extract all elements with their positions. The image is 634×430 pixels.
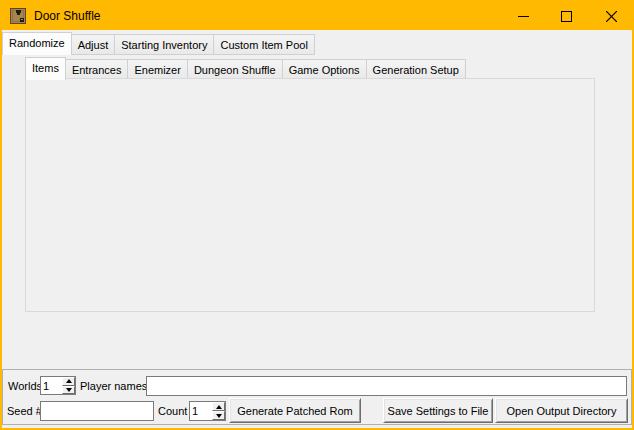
door-shuffle-window: Door Shuffle Randomize Adjust Starting I… [0, 0, 634, 430]
worlds-label: Worlds [8, 380, 42, 392]
arrow-up-icon [216, 405, 222, 409]
arrow-up-icon [66, 379, 72, 383]
maximize-button[interactable] [544, 2, 589, 30]
spin-down-button[interactable] [212, 411, 225, 420]
tab-starting-inventory[interactable]: Starting Inventory [114, 34, 214, 55]
tab-adjust[interactable]: Adjust [71, 34, 116, 55]
count-spinner [189, 401, 226, 421]
seed-label: Seed # [7, 405, 42, 417]
count-spin-arrows [212, 402, 225, 420]
secondary-tab-bar: Items Entrances Enemizer Dungeon Shuffle… [25, 57, 465, 80]
spin-up-button[interactable] [212, 402, 225, 411]
worlds-input[interactable] [41, 377, 62, 394]
arrow-down-icon [216, 414, 222, 418]
seed-input[interactable] [40, 401, 154, 421]
close-button[interactable] [589, 2, 634, 30]
generate-patched-rom-button[interactable]: Generate Patched Rom [229, 398, 361, 423]
tab-entrances[interactable]: Entrances [65, 59, 129, 80]
tab-custom-item-pool[interactable]: Custom Item Pool [213, 34, 314, 55]
window-title: Door Shuffle [34, 9, 101, 23]
primary-tab-bar: Randomize Adjust Starting Inventory Cust… [2, 32, 314, 55]
tab-generation-setup[interactable]: Generation Setup [366, 59, 466, 80]
minimize-icon [518, 11, 529, 22]
minimize-button[interactable] [501, 2, 546, 30]
count-input[interactable] [190, 402, 212, 420]
app-icon [10, 8, 26, 24]
open-output-directory-button[interactable]: Open Output Directory [495, 398, 628, 423]
count-label: Count [158, 405, 187, 417]
maximize-icon [561, 11, 572, 22]
player-names-input[interactable] [146, 376, 627, 396]
worlds-spinner [40, 376, 76, 395]
arrow-down-icon [66, 388, 72, 392]
tab-randomize[interactable]: Randomize [2, 32, 72, 55]
worlds-spin-arrows [62, 377, 75, 394]
close-icon [606, 11, 617, 22]
tab-enemizer[interactable]: Enemizer [127, 59, 187, 80]
tab-items[interactable]: Items [25, 57, 66, 80]
tab-dungeon-shuffle[interactable]: Dungeon Shuffle [187, 59, 283, 80]
tab-game-options[interactable]: Game Options [282, 59, 367, 80]
save-settings-button[interactable]: Save Settings to File [383, 398, 493, 423]
spin-up-button[interactable] [62, 377, 75, 386]
spin-down-button[interactable] [62, 386, 75, 395]
player-names-label: Player names [80, 380, 147, 392]
items-pane [25, 78, 595, 312]
